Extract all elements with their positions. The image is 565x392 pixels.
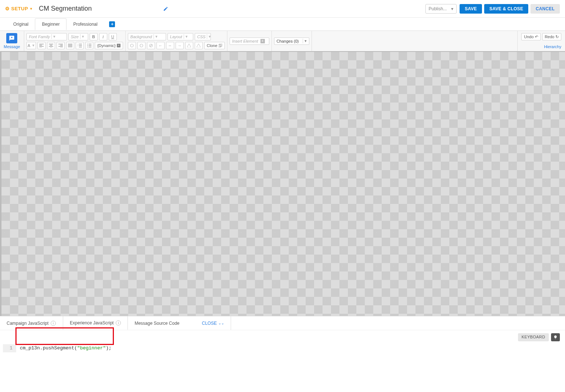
- editor-canvas[interactable]: [0, 51, 565, 316]
- align-left-button[interactable]: [37, 42, 46, 49]
- underline-button[interactable]: U: [109, 33, 117, 40]
- svg-point-5: [130, 44, 133, 47]
- tab-professional[interactable]: Professional: [66, 19, 104, 30]
- save-button[interactable]: SAVE: [460, 4, 482, 14]
- publish-placeholder: Publish...: [429, 6, 447, 11]
- publish-dropdown[interactable]: Publish...: [425, 4, 457, 14]
- svg-point-3: [87, 45, 88, 46]
- changes-dropdown[interactable]: Changes (0)▾: [274, 37, 309, 45]
- clone-button[interactable]: Clone: [204, 42, 225, 49]
- save-close-button[interactable]: SAVE & CLOSE: [484, 4, 528, 14]
- svg-point-6: [140, 44, 143, 47]
- redo-button[interactable]: Redo ↻: [542, 33, 561, 40]
- edit-pencil-icon[interactable]: [163, 6, 168, 11]
- gear-icon: ⚙: [5, 6, 10, 11]
- arrow-left-button[interactable]: ←: [156, 42, 165, 49]
- layout-group: Background▾ Layout▾ CSS▾ ← ↔ → Clone: [126, 31, 227, 51]
- css-dropdown[interactable]: CSS▾: [195, 33, 211, 40]
- warn2-button[interactable]: [195, 42, 203, 49]
- background-dropdown[interactable]: Background▾: [128, 33, 166, 40]
- message-button[interactable]: Message: [2, 32, 22, 50]
- svg-point-4: [87, 47, 88, 47]
- code-editor-panel: KEYBOARD 1 cm_p13n.pushSegment("beginner…: [0, 330, 565, 392]
- message-label: Message: [4, 44, 20, 49]
- add-tab-button[interactable]: +: [109, 21, 115, 27]
- line-number: 1: [3, 344, 16, 352]
- changes-group: Changes (0)▾: [272, 31, 312, 51]
- list-unordered-button[interactable]: [85, 42, 93, 49]
- shape-circle-button[interactable]: [128, 42, 136, 49]
- layout-dropdown[interactable]: Layout▾: [168, 33, 193, 40]
- experience-tabs: Original Beginner Professional +: [0, 18, 565, 31]
- svg-text:2: 2: [78, 45, 79, 47]
- shape-circle2-button[interactable]: [137, 42, 145, 49]
- list-ordered-button[interactable]: 12: [76, 42, 84, 49]
- tab-experience-js[interactable]: Experience JavaScript i: [63, 316, 128, 330]
- warn1-button[interactable]: [185, 42, 193, 49]
- tab-message-source[interactable]: Message Source Code: [128, 316, 186, 330]
- dynamic-button[interactable]: {Dynamic} +: [95, 42, 123, 49]
- header-bar: ⚙ SETUP ▼ CM Segmentation Publish... SAV…: [0, 0, 565, 18]
- info-icon: i: [51, 321, 56, 326]
- info-icon: i: [116, 320, 121, 326]
- hierarchy-link[interactable]: Hierarchy: [544, 44, 561, 49]
- tab-beginner[interactable]: Beginner: [35, 18, 66, 30]
- close-panel-button[interactable]: CLOSE⌄⌄: [187, 316, 231, 330]
- toolbar-right: Undo ↶ Redo ↻ Hierarchy: [517, 31, 565, 51]
- font-color-button[interactable]: A▾: [26, 42, 36, 49]
- svg-line-8: [150, 44, 152, 47]
- align-right-button[interactable]: [57, 42, 65, 49]
- caret-down-icon: ▼: [29, 7, 33, 11]
- font-group: Font Family▾ Size▾ B I U A▾ 12 {Dynamic}…: [24, 31, 126, 51]
- align-center-button[interactable]: [47, 42, 55, 49]
- tab-original[interactable]: Original: [7, 19, 35, 30]
- undo-button[interactable]: Undo ↶: [521, 33, 540, 40]
- code-text: );: [106, 345, 112, 351]
- format-toolbar: Message Font Family▾ Size▾ B I U A▾ 12 {…: [0, 31, 565, 51]
- setup-dropdown[interactable]: ⚙ SETUP ▼: [5, 6, 33, 11]
- font-size-dropdown[interactable]: Size▾: [68, 33, 88, 40]
- arrow-both-button[interactable]: ↔: [166, 42, 174, 49]
- svg-point-2: [87, 44, 88, 44]
- cancel-button[interactable]: CANCEL: [530, 4, 560, 14]
- message-group: Message: [0, 31, 24, 51]
- keyboard-button[interactable]: KEYBOARD: [518, 333, 549, 341]
- message-plus-icon: [6, 33, 17, 43]
- font-family-dropdown[interactable]: Font Family▾: [26, 33, 67, 40]
- insert-group: Insert Element +: [227, 31, 272, 51]
- code-text: cm_p13n.pushSegment(: [20, 345, 77, 351]
- bold-button[interactable]: B: [90, 33, 98, 40]
- italic-button[interactable]: I: [99, 33, 107, 40]
- hint-bulb-button[interactable]: [551, 333, 560, 341]
- code-line[interactable]: 1 cm_p13n.pushSegment("beginner");: [0, 344, 565, 352]
- arrow-right-button[interactable]: →: [176, 42, 184, 49]
- code-string: "beginner": [77, 345, 106, 351]
- tab-campaign-js[interactable]: Campaign JavaScript i: [0, 316, 63, 330]
- page-title: CM Segmentation: [39, 5, 92, 12]
- setup-label: SETUP: [11, 6, 28, 11]
- chevron-down-icon: ⌄⌄: [218, 321, 224, 325]
- no-entry-button[interactable]: [147, 42, 155, 49]
- insert-element-button[interactable]: Insert Element +: [230, 37, 269, 45]
- align-justify-button[interactable]: [66, 42, 74, 49]
- code-panel-tabs: Campaign JavaScript i Experience JavaScr…: [0, 316, 565, 330]
